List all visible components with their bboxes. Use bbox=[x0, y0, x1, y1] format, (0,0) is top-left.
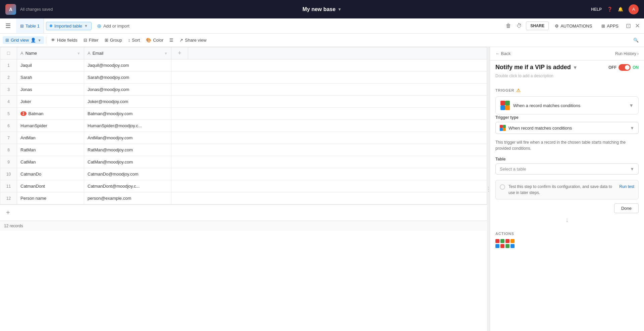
table-select[interactable]: Select a table ▼ bbox=[495, 163, 639, 175]
name-cell[interactable]: CatmanDo bbox=[17, 168, 84, 180]
table-row: 52BatmanBatman@moodjoy.com bbox=[0, 108, 487, 120]
done-button[interactable]: Done bbox=[614, 203, 639, 213]
svg-rect-3 bbox=[505, 105, 510, 110]
empty-cell bbox=[171, 132, 487, 144]
run-test-button[interactable]: Run test bbox=[619, 184, 634, 190]
trigger-type-select[interactable]: When record matches conditions ▼ bbox=[495, 122, 639, 134]
empty-cell bbox=[171, 120, 487, 132]
email-cell[interactable]: CatmanDont@moodjoy.c... bbox=[84, 180, 171, 192]
history-icon[interactable]: ⏱ bbox=[515, 21, 523, 30]
email-cell[interactable]: CatMan@moodjoy.com bbox=[84, 156, 171, 168]
tab-bar-right: 🗑 ⏱ SHARE ⚙ AUTOMATIONS ⊞ APPS ⊡ ✕ bbox=[504, 21, 641, 31]
table-row: 9CatManCatMan@moodjoy.com bbox=[0, 156, 487, 168]
panel-resize-handle[interactable] bbox=[487, 47, 490, 331]
base-title[interactable]: My new base ▼ bbox=[303, 6, 342, 12]
close-icon[interactable]: ✕ bbox=[634, 21, 641, 31]
table-row: 10CatmanDoCatmanDo@moodjoy.com bbox=[0, 168, 487, 180]
table-field-label: Table bbox=[495, 157, 639, 161]
base-title-dropdown-icon: ▼ bbox=[337, 7, 341, 12]
name-cell[interactable]: Person name bbox=[17, 192, 84, 204]
filter-button[interactable]: ⊟ Filter bbox=[81, 36, 101, 44]
empty-cell bbox=[171, 84, 487, 96]
share-view-button[interactable]: ↗ Share view bbox=[177, 36, 209, 44]
trigger-type-label: Trigger type bbox=[495, 115, 639, 120]
row-number-cell: 12 bbox=[0, 192, 17, 204]
name-cell[interactable]: Jaquil bbox=[17, 59, 84, 72]
color-button[interactable]: 🎨 Color bbox=[143, 36, 166, 44]
email-cell[interactable]: RatMan@moodjoy.com bbox=[84, 144, 171, 156]
apps-button[interactable]: ⊞ APPS bbox=[598, 22, 622, 30]
email-cell[interactable]: Joker@moodjoy.com bbox=[84, 96, 171, 108]
test-radio[interactable] bbox=[500, 184, 505, 190]
name-cell[interactable]: AntMan bbox=[17, 132, 84, 144]
automation-toggle[interactable] bbox=[619, 64, 631, 71]
help-button[interactable]: HELP bbox=[591, 7, 602, 12]
email-cell[interactable]: Jaquil@moodjoy.com bbox=[84, 59, 171, 72]
name-cell[interactable]: Sarah bbox=[17, 72, 84, 84]
group-button[interactable]: ⊞ Group bbox=[102, 36, 125, 44]
test-step-row: Test this step to confirm its configurat… bbox=[495, 180, 639, 199]
empty-cell bbox=[171, 156, 487, 168]
col-header-checkbox[interactable]: ☐ bbox=[0, 47, 17, 59]
email-cell[interactable]: Jonas@moodjoy.com bbox=[84, 84, 171, 96]
col-header-name[interactable]: A Name ▼ bbox=[17, 47, 84, 59]
back-button[interactable]: ← Back bbox=[495, 51, 511, 56]
user-avatar[interactable]: A bbox=[629, 4, 639, 14]
share-button[interactable]: SHARE bbox=[526, 21, 549, 30]
tab-table1[interactable]: ⊞ Table 1 bbox=[16, 18, 44, 33]
col-header-email[interactable]: A Email ▼ bbox=[84, 47, 171, 59]
add-import-button[interactable]: ⊕ Add or import bbox=[94, 21, 133, 31]
app-logo: A bbox=[5, 4, 16, 15]
trash-icon[interactable]: 🗑 bbox=[504, 21, 513, 30]
run-history-button[interactable]: Run History › bbox=[615, 51, 639, 56]
main-area: ☐ A Name ▼ A Email ▼ bbox=[0, 47, 644, 331]
empty-cell bbox=[171, 168, 487, 180]
hide-fields-button[interactable]: 👁 Hide fields bbox=[48, 36, 80, 44]
email-cell[interactable]: CatmanDo@moodjoy.com bbox=[84, 168, 171, 180]
name-cell[interactable]: Jonas bbox=[17, 84, 84, 96]
add-column-button[interactable]: + bbox=[171, 47, 188, 59]
tab-dot bbox=[50, 25, 52, 27]
email-cell[interactable]: HumanSpider@moodjoy.c... bbox=[84, 120, 171, 132]
col-email-sort-icon: ▼ bbox=[164, 51, 168, 55]
name-cell[interactable]: 2Batman bbox=[17, 108, 84, 120]
svg-rect-6 bbox=[500, 128, 503, 131]
filter-icon: ⊟ bbox=[84, 38, 87, 43]
grid-view-button[interactable]: ⊞ Grid view 👤 ▼ bbox=[3, 36, 44, 44]
toolbar-search[interactable]: 🔍 bbox=[631, 36, 641, 44]
share-view-icon: ↗ bbox=[179, 38, 183, 43]
row-number-cell: 10 bbox=[0, 168, 17, 180]
email-cell[interactable]: Batman@moodjoy.com bbox=[84, 108, 171, 120]
done-row: Done bbox=[495, 203, 639, 213]
notifications-icon[interactable]: 🔔 bbox=[618, 7, 623, 12]
trigger-to-action-arrow: ↓ bbox=[495, 213, 639, 226]
tab-imported-table[interactable]: Imported table ▼ bbox=[46, 22, 92, 30]
row-height-button[interactable]: ☰ bbox=[167, 36, 176, 44]
svg-rect-0 bbox=[500, 101, 505, 105]
name-cell[interactable]: RatMan bbox=[17, 144, 84, 156]
automation-title-dropdown-icon[interactable]: ▼ bbox=[573, 65, 578, 70]
email-cell[interactable]: Sarah@moodjoy.com bbox=[84, 72, 171, 84]
add-import-plus-icon: ⊕ bbox=[97, 23, 101, 29]
sort-button[interactable]: ↕ Sort bbox=[125, 36, 143, 44]
hamburger-menu[interactable]: ☰ bbox=[3, 20, 13, 31]
row-number-cell: 4 bbox=[0, 96, 17, 108]
automations-button[interactable]: ⚙ AUTOMATIONS bbox=[551, 22, 595, 30]
email-cell[interactable]: AntMan@moodjoy.com bbox=[84, 132, 171, 144]
email-cell[interactable]: person@example.com bbox=[84, 192, 171, 204]
table-row: 3JonasJonas@moodjoy.com bbox=[0, 84, 487, 96]
help-question-icon[interactable]: ❓ bbox=[607, 7, 612, 12]
name-cell[interactable]: HumanSpider bbox=[17, 120, 84, 132]
table-row: 12Person nameperson@example.com bbox=[0, 192, 487, 204]
trigger-card[interactable]: When a record matches conditions ▼ bbox=[495, 96, 639, 114]
name-cell[interactable]: Joker bbox=[17, 96, 84, 108]
group-icon: ⊞ bbox=[105, 38, 108, 43]
add-row-button[interactable]: + bbox=[3, 206, 13, 219]
name-cell[interactable]: CatMan bbox=[17, 156, 84, 168]
expand-icon[interactable]: ⊡ bbox=[625, 21, 632, 31]
table-select-placeholder: Select a table bbox=[500, 167, 526, 172]
automation-side-panel: ← Back Run History › Notify me if a VIP … bbox=[490, 47, 644, 331]
description-hint[interactable]: Double click to add a description bbox=[490, 72, 644, 82]
name-cell[interactable]: CatmanDont bbox=[17, 180, 84, 192]
data-table: ☐ A Name ▼ A Email ▼ bbox=[0, 47, 487, 204]
